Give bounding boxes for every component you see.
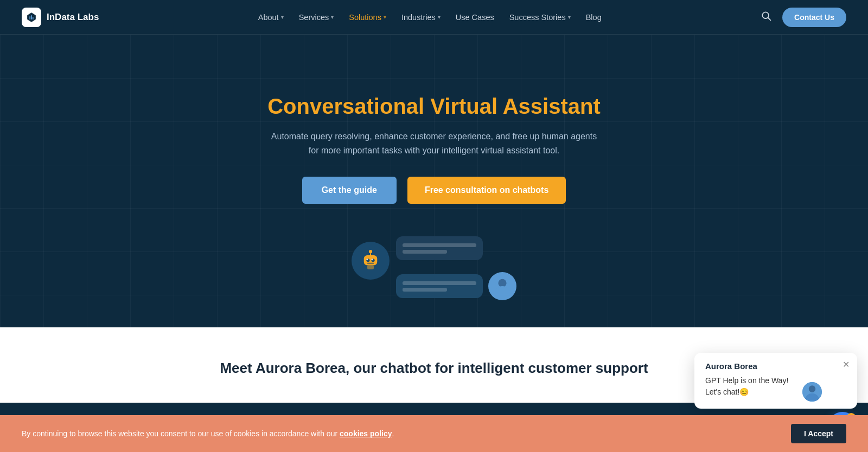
search-icon[interactable] — [761, 10, 771, 24]
svg-point-2 — [369, 250, 372, 253]
chevron-down-icon: ▾ — [438, 14, 441, 20]
logo[interactable]: InData Labs — [22, 8, 99, 27]
nav-right: Contact Us — [761, 8, 846, 27]
popup-close-button[interactable]: ✕ — [843, 359, 850, 370]
popup-message: GPT Help is on the Way! Let's chat!😊 — [705, 375, 846, 398]
svg-rect-10 — [367, 266, 374, 270]
user-bubble — [396, 274, 483, 298]
svg-point-8 — [372, 259, 373, 260]
contact-button[interactable]: Contact Us — [782, 8, 846, 27]
get-guide-button[interactable]: Get the guide — [302, 177, 397, 204]
consultation-button[interactable]: Free consultation on chatbots — [407, 177, 566, 204]
chatbot-popup: ✕ Aurora Borea GPT Help is on the Way! L… — [694, 353, 857, 403]
hero-buttons: Get the guide Free consultation on chatb… — [302, 177, 566, 204]
nav-blog[interactable]: Blog — [586, 13, 602, 22]
bot-avatar — [352, 242, 390, 280]
nav-success-stories[interactable]: Success Stories ▾ — [509, 13, 571, 22]
chevron-down-icon: ▾ — [568, 14, 571, 20]
hero-section: Conversational Virtual Assistant Automat… — [0, 35, 868, 327]
nav-links: About ▾ Services ▾ Solutions ▾ Industrie… — [258, 13, 602, 22]
nav-use-cases[interactable]: Use Cases — [456, 13, 494, 22]
logo-text: InData Labs — [47, 12, 99, 23]
svg-rect-9 — [367, 263, 374, 264]
user-bubble-wrap — [396, 272, 516, 300]
svg-point-11 — [498, 279, 506, 287]
popup-agent-name: Aurora Borea — [705, 361, 846, 371]
logo-icon — [22, 8, 41, 27]
chat-illustration — [352, 236, 516, 300]
chatbot-agent-avatar — [801, 380, 824, 403]
nav-about[interactable]: About ▾ — [258, 13, 284, 22]
hero-title: Conversational Virtual Assistant — [267, 94, 601, 119]
chat-bubbles — [396, 236, 516, 300]
chevron-down-icon: ▾ — [281, 14, 284, 20]
svg-line-1 — [768, 18, 771, 21]
hero-subtitle: Automate query resolving, enhance custom… — [266, 130, 602, 157]
chevron-down-icon: ▾ — [331, 14, 334, 20]
chevron-down-icon: ▾ — [384, 14, 386, 20]
nav-services[interactable]: Services ▾ — [299, 13, 334, 22]
nav-solutions[interactable]: Solutions ▾ — [349, 13, 386, 22]
svg-point-13 — [809, 385, 816, 392]
user-avatar — [488, 272, 516, 300]
nav-industries[interactable]: Industries ▾ — [401, 13, 441, 22]
bot-bubble — [396, 236, 483, 260]
navigation: InData Labs About ▾ Services ▾ Solutions… — [0, 0, 868, 35]
svg-point-7 — [366, 259, 368, 260]
